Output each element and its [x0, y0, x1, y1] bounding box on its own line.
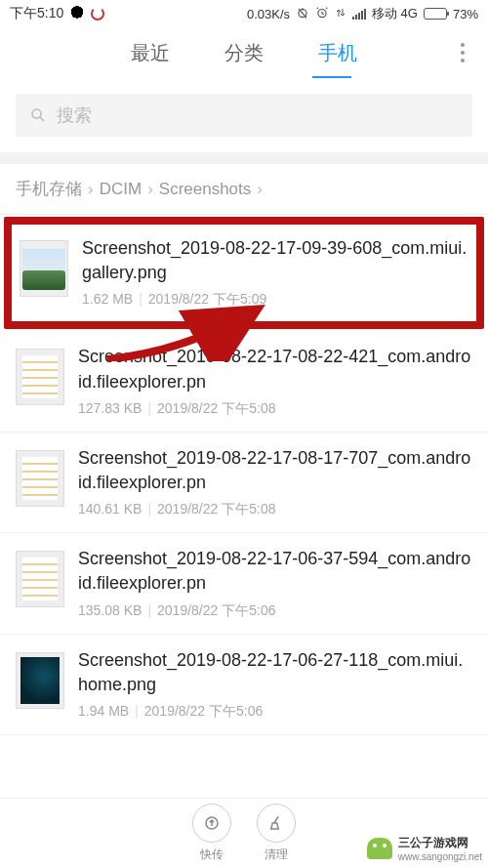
file-meta: 127.83 KB|2019/8/22 下午5:08 [78, 400, 472, 418]
breadcrumb-root[interactable]: 手机存储 [16, 178, 82, 200]
status-bar: 下午5:10 0.03K/s 移动 4G 73% [0, 0, 488, 27]
alarm-icon [315, 6, 329, 22]
search-section: 搜索 [0, 78, 488, 164]
file-name: Screenshot_2019-08-22-17-06-27-118_com.m… [78, 648, 472, 697]
file-thumbnail [16, 652, 64, 709]
search-placeholder: 搜索 [57, 103, 92, 127]
tab-recent[interactable]: 最近 [131, 40, 170, 66]
chevron-right-icon: › [147, 180, 153, 199]
file-item[interactable]: Screenshot_2019-08-22-17-08-17-707_com.a… [0, 433, 488, 533]
breadcrumb-folder2[interactable]: Screenshots [159, 180, 252, 199]
file-meta: 1.94 MB|2019/8/22 下午5:06 [78, 703, 472, 721]
file-item[interactable]: Screenshot_2019-08-22-17-06-27-118_com.m… [0, 635, 488, 735]
tab-underline [312, 76, 351, 78]
transfer-button[interactable]: 快传 [192, 804, 231, 863]
tab-category[interactable]: 分类 [224, 40, 264, 66]
file-name: Screenshot_2019-08-22-17-09-39-608_com.m… [82, 236, 468, 285]
svg-point-2 [32, 109, 41, 118]
watermark-url: www.sangongzi.net [398, 851, 482, 862]
app-icon [91, 7, 104, 21]
file-item[interactable]: Screenshot_2019-08-22-17-09-39-608_com.m… [4, 217, 484, 329]
mute-icon [296, 6, 309, 22]
file-name: Screenshot_2019-08-22-17-08-17-707_com.a… [78, 446, 472, 495]
signal-icon [352, 8, 366, 20]
file-thumbnail [16, 349, 64, 405]
status-time: 下午5:10 [10, 5, 63, 22]
status-carrier: 移动 4G [372, 5, 418, 22]
data-icon [335, 7, 346, 21]
file-name: Screenshot_2019-08-22-17-08-22-421_com.a… [78, 345, 472, 393]
qq-icon [69, 6, 85, 21]
tab-phone[interactable]: 手机 [318, 40, 357, 66]
watermark: 三公子游戏网 www.sangongzi.net [367, 835, 482, 862]
clean-label: 清理 [264, 847, 288, 863]
file-item[interactable]: Screenshot_2019-08-22-17-06-37-594_com.a… [0, 533, 488, 634]
chevron-right-icon: › [257, 180, 263, 199]
status-battery-pct: 73% [453, 7, 478, 21]
transfer-icon [203, 814, 221, 832]
file-meta: 1.62 MB|2019/8/22 下午5:09 [82, 291, 468, 309]
tabs: 最近 分类 手机 [0, 27, 488, 78]
battery-icon [424, 8, 447, 20]
chevron-right-icon: › [88, 180, 94, 199]
broom-icon [267, 814, 285, 832]
file-meta: 135.08 KB|2019/8/22 下午5:06 [78, 602, 472, 620]
watermark-brand: 三公子游戏网 [398, 835, 482, 851]
breadcrumb: 手机存储 › DCIM › Screenshots › [0, 164, 488, 215]
file-thumbnail [20, 240, 68, 297]
android-icon [367, 838, 392, 859]
file-name: Screenshot_2019-08-22-17-06-37-594_com.a… [78, 547, 472, 596]
file-thumbnail [16, 450, 64, 507]
breadcrumb-folder1[interactable]: DCIM [100, 180, 142, 199]
file-meta: 140.61 KB|2019/8/22 下午5:08 [78, 501, 472, 518]
more-menu-icon[interactable] [461, 43, 465, 62]
file-thumbnail [16, 551, 64, 607]
status-net-speed: 0.03K/s [247, 7, 290, 21]
clean-button[interactable]: 清理 [257, 804, 296, 863]
transfer-label: 快传 [200, 847, 224, 863]
file-item[interactable]: Screenshot_2019-08-22-17-08-22-421_com.a… [0, 331, 488, 432]
search-icon [29, 106, 47, 124]
file-list: Screenshot_2019-08-22-17-09-39-608_com.m… [0, 217, 488, 735]
search-input[interactable]: 搜索 [16, 94, 472, 137]
